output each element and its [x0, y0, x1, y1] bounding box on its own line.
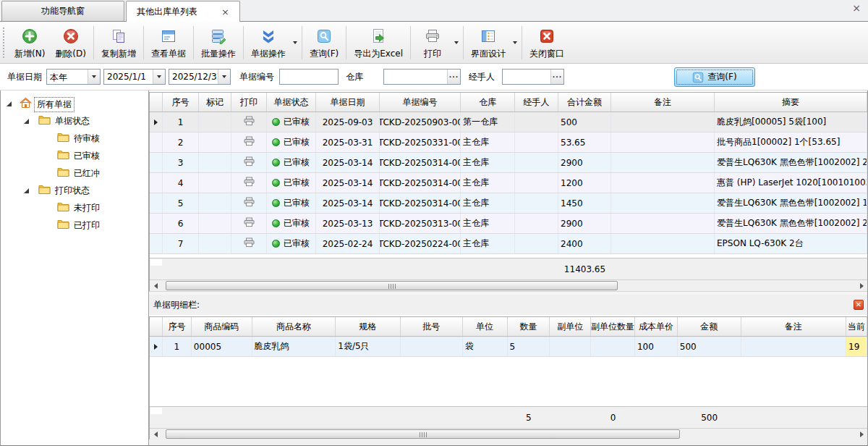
scrollbar-thumb[interactable] — [166, 281, 618, 290]
tab-other-outbound-list[interactable]: 其他出库单列表 × — [126, 1, 240, 22]
horizontal-scrollbar[interactable] — [150, 279, 867, 291]
new-button[interactable]: 新增(N) — [9, 25, 50, 61]
warehouse-lookup-input[interactable] — [384, 70, 447, 84]
printer-icon[interactable] — [244, 136, 255, 148]
toolbar-separator — [410, 26, 411, 59]
ellipsis-lookup-icon[interactable]: ··· — [447, 70, 460, 84]
table-row[interactable]: 2已审核2025-03-31QTCKD-20250331-000主仓库53.65… — [150, 132, 867, 153]
horizontal-scrollbar[interactable] — [150, 428, 867, 439]
column-header[interactable]: 摘要 — [715, 93, 867, 112]
cell-mark — [199, 214, 231, 233]
query-button[interactable]: 查询(F) — [305, 25, 344, 61]
printer-icon[interactable] — [244, 177, 255, 189]
column-header[interactable]: 仓库 — [461, 93, 515, 112]
column-header[interactable]: 备注 — [741, 317, 847, 336]
tree-item-未打印[interactable]: 未打印 — [1, 199, 148, 216]
period-select[interactable]: 本年 — [46, 69, 101, 85]
printer-icon[interactable] — [244, 237, 255, 250]
tab-close-icon[interactable]: × — [221, 7, 229, 17]
tree-item-已红冲[interactable]: 已红冲 — [1, 164, 148, 182]
tree-item-打印状态[interactable]: 打印状态 — [1, 182, 148, 199]
tree-item-所有单据[interactable]: 所有单据 — [1, 95, 148, 112]
column-header[interactable]: 序号 — [163, 93, 199, 112]
column-header[interactable]: 规格 — [336, 317, 401, 336]
document-actions-dropdown[interactable] — [291, 25, 299, 61]
date-to-picker[interactable]: 2025/12/31 — [169, 69, 231, 85]
table-row[interactable]: 1已审核2025-09-03QTCKD-20250903-000第一仓库500脆… — [150, 112, 867, 132]
copy-new-button[interactable]: 复制新增 — [96, 25, 141, 61]
table-row[interactable]: 100005脆皮乳鸽1袋/5只袋510050019 — [150, 337, 867, 357]
table-row[interactable]: 3已审核2025-03-14QTCKD-20250314-000主仓库2900爱… — [150, 153, 867, 173]
table-row[interactable]: 5已审核2025-03-14QTCKD-20250314-000主仓库1450爱… — [150, 193, 867, 214]
delete-button[interactable]: 删除(D) — [50, 25, 91, 61]
status-approved-icon — [272, 240, 280, 248]
printer-icon[interactable] — [244, 156, 255, 169]
cell-batch — [401, 337, 463, 356]
view-document-button[interactable]: 查看单据 — [146, 25, 191, 61]
column-header[interactable]: 副单位数量 — [591, 317, 635, 336]
handler-lookup-input[interactable] — [503, 70, 550, 84]
column-header[interactable]: 数量 — [508, 317, 550, 336]
code-filter-input[interactable] — [279, 69, 339, 85]
column-header[interactable]: 金额 — [678, 317, 741, 336]
column-header[interactable]: 批号 — [401, 317, 463, 336]
column-header[interactable]: 序号 — [163, 317, 192, 336]
tree-item-已审核[interactable]: 已审核 — [1, 147, 148, 164]
status-approved-icon — [272, 219, 280, 227]
table-row[interactable]: 7已审核2025-02-24QTCKD-20250224-000主仓库2400E… — [150, 234, 867, 254]
document-actions-button[interactable]: 单据操作 — [246, 25, 291, 61]
tree-item-已打印[interactable]: 已打印 — [1, 216, 148, 234]
detail-close-icon[interactable]: ✕ — [854, 300, 864, 310]
tree-expander-icon[interactable] — [24, 119, 29, 124]
column-header[interactable]: 合计金额 — [558, 93, 611, 112]
column-header[interactable]: 标记 — [199, 93, 231, 112]
cell-code: QTCKD-20250314-000 — [380, 193, 461, 213]
folder-icon — [57, 167, 69, 179]
tree-expander-icon[interactable] — [24, 188, 29, 193]
batch-operations-button[interactable]: 批量操作 — [196, 25, 241, 61]
printer-icon[interactable] — [244, 217, 255, 230]
toolbar-grip-handle[interactable] — [3, 28, 7, 58]
export-excel-button[interactable]: 导出为Excel — [349, 25, 408, 61]
warehouse-filter-label: 仓库 — [346, 71, 363, 83]
scroll-left-icon[interactable] — [150, 429, 161, 439]
close-window-button[interactable]: 关闭窗口 — [524, 25, 569, 61]
scrollbar-thumb[interactable] — [166, 429, 680, 439]
column-header[interactable]: 商品名称 — [252, 317, 336, 336]
date-from-picker[interactable]: 2025/1/1 — [103, 69, 166, 85]
chevron-down-icon[interactable] — [218, 70, 230, 84]
column-header[interactable]: 单据日期 — [316, 93, 380, 112]
tree-item-待审核[interactable]: 待审核 — [1, 130, 148, 147]
scroll-right-icon[interactable] — [856, 429, 867, 439]
chevron-down-icon[interactable] — [88, 70, 100, 84]
column-header[interactable]: 副单位 — [550, 317, 591, 336]
ui-design-button[interactable]: 界面设计 — [466, 25, 511, 61]
table-row[interactable]: 4已审核2025-03-14QTCKD-20250314-000主仓库1200惠… — [150, 173, 867, 193]
tree-expander-icon[interactable] — [7, 101, 12, 106]
table-row[interactable]: 6已审核2025-03-13QTCKD-20250313-000主仓库2900爱… — [150, 214, 867, 234]
scroll-left-icon[interactable] — [150, 280, 161, 291]
column-header[interactable]: 当前 — [846, 317, 867, 336]
column-header[interactable]: 成本单价 — [635, 317, 678, 336]
panel-close-icon[interactable]: × — [852, 3, 861, 13]
column-header[interactable]: 商品编码 — [192, 317, 252, 336]
column-header[interactable]: 单位 — [463, 317, 508, 336]
cell-unit: 袋 — [463, 337, 508, 356]
tree-item-单据状态[interactable]: 单据状态 — [1, 112, 148, 130]
printer-icon[interactable] — [244, 197, 255, 209]
ui-design-dropdown[interactable] — [511, 25, 519, 61]
print-button[interactable]: 打印 — [413, 25, 452, 61]
column-header[interactable]: 备注 — [611, 93, 715, 112]
column-header[interactable]: 经手人 — [515, 93, 558, 112]
printer-icon[interactable] — [244, 116, 255, 128]
column-header[interactable]: 打印 — [231, 93, 267, 112]
scroll-right-icon[interactable] — [856, 280, 867, 291]
chevron-down-icon[interactable] — [153, 70, 165, 84]
ellipsis-lookup-icon[interactable]: ··· — [550, 70, 563, 84]
column-header[interactable]: 单据状态 — [267, 93, 316, 112]
column-header[interactable]: 单据编号 — [380, 93, 461, 112]
sel-cell — [150, 153, 163, 172]
tab-nav-panel[interactable]: 功能导航窗 — [1, 1, 124, 21]
print-dropdown[interactable] — [452, 25, 461, 61]
search-submit-button[interactable]: 查询(F) — [674, 67, 755, 87]
